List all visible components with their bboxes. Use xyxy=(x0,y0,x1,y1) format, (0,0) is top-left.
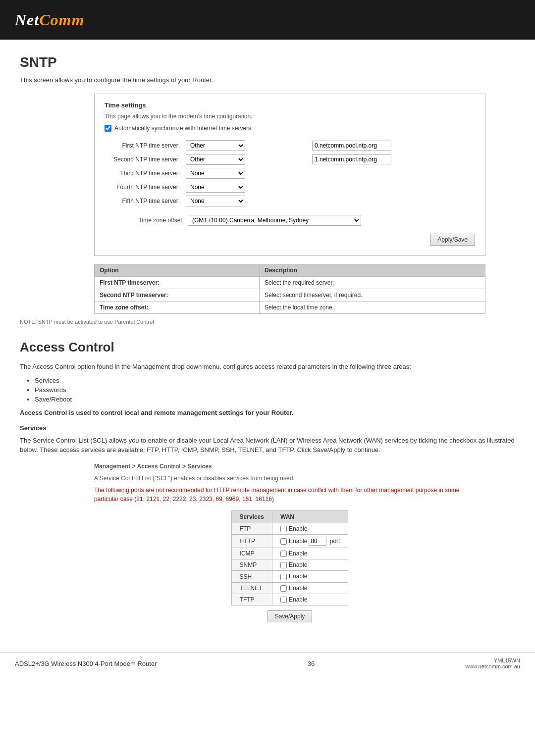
service-enable-label-1: Enable xyxy=(289,538,307,545)
service-checkbox-2[interactable] xyxy=(280,551,287,557)
services-col-header: Services xyxy=(231,510,272,523)
footer-left: ADSL2+/3G Wireless N300 4-Port Modem Rou… xyxy=(15,660,157,667)
service-name-3: SNMP xyxy=(231,559,272,571)
service-wan-1: Enable port xyxy=(272,534,348,548)
service-row: SNMPEnable xyxy=(231,559,348,571)
services-table: Services WAN FTPEnableHTTPEnable portICM… xyxy=(231,510,349,606)
time-settings-box: Time settings This page allows you to th… xyxy=(94,94,485,256)
wan-col-header: WAN xyxy=(272,510,348,523)
bullet-list: ServicesPasswordsSave/Reboot xyxy=(35,377,515,403)
service-wan-3: Enable xyxy=(272,559,348,571)
sntp-title: SNTP xyxy=(20,54,515,70)
port-label-1: port xyxy=(328,538,340,545)
service-enable-label-4: Enable xyxy=(289,573,307,580)
save-apply-button[interactable]: Save/Apply xyxy=(268,610,313,622)
service-name-2: ICMP xyxy=(231,548,272,559)
service-enable-label-3: Enable xyxy=(289,561,307,568)
access-control-note: Access Control is used to control local … xyxy=(20,409,515,416)
service-name-5: TELNET xyxy=(231,582,272,594)
option-description-table: Option Description First NTP timeserver:… xyxy=(94,264,485,314)
description-cell: Select the required server. xyxy=(259,277,485,289)
mgmt-note2: The following ports are not recommended … xyxy=(94,486,485,504)
bullet-item: Services xyxy=(35,377,515,384)
time-settings-subtitle: This page allows you to the modem's time… xyxy=(105,113,475,120)
service-name-0: FTP xyxy=(231,523,272,534)
service-wan-0: Enable xyxy=(272,523,348,534)
page-number: 36 xyxy=(308,660,315,667)
auto-sync-label: Automatically synchronize with Internet … xyxy=(114,125,251,132)
ntp-label-3: Fourth NTP time server: xyxy=(105,180,184,194)
service-wan-5: Enable xyxy=(272,582,348,594)
mgmt-breadcrumb: Management > Access Control > Services xyxy=(94,463,485,470)
footer-page: 36 xyxy=(308,660,315,667)
footer-right: YML15WN www.netcomm.com.au xyxy=(465,657,520,669)
ntp-select-3[interactable]: NoneOtherpool.ntp.orgtime.nist.gov xyxy=(186,182,245,193)
service-checkbox-0[interactable] xyxy=(280,526,287,532)
service-enable-label-5: Enable xyxy=(289,585,307,592)
service-checkbox-5[interactable] xyxy=(280,585,287,592)
ntp-label-4: Fifth NTP time server: xyxy=(105,194,184,208)
option-cell: First NTP timeserver: xyxy=(95,277,260,289)
service-name-6: TFTP xyxy=(231,594,272,605)
footer: ADSL2+/3G Wireless N300 4-Port Modem Rou… xyxy=(0,652,535,674)
ntp-text-0[interactable] xyxy=(312,141,391,151)
service-enable-label-6: Enable xyxy=(289,596,307,603)
services-subtitle: Services xyxy=(20,424,515,432)
option-cell: Second NTP timeserver: xyxy=(95,289,260,302)
service-row: HTTPEnable port xyxy=(231,534,348,548)
service-checkbox-1[interactable] xyxy=(280,538,287,545)
service-wan-6: Enable xyxy=(272,594,348,605)
service-name-4: SSH xyxy=(231,571,272,582)
footer-product: ADSL2+/3G Wireless N300 4-Port Modem Rou… xyxy=(15,660,157,667)
services-intro: The Service Control List (SCL) allows yo… xyxy=(20,436,515,455)
bullet-item: Passwords xyxy=(35,386,515,394)
apply-save-button[interactable]: Apply/Save xyxy=(430,234,475,246)
ntp-table: First NTP time server:NoneOtherpool.ntp.… xyxy=(105,139,475,208)
timezone-row: Time zone offset: (GMT+10:00) Canberra, … xyxy=(105,215,475,226)
service-wan-4: Enable xyxy=(272,571,348,582)
service-wan-2: Enable xyxy=(272,548,348,559)
ntp-label-0: First NTP time server: xyxy=(105,139,184,152)
sntp-note: NOTE: SNTP must be activated to use Pare… xyxy=(20,319,515,325)
time-settings-title: Time settings xyxy=(105,101,475,109)
service-row: TELNETEnable xyxy=(231,582,348,594)
mgmt-note1: A Service Control List ("SCL") enables o… xyxy=(94,474,485,483)
service-enable-label-0: Enable xyxy=(289,525,307,532)
service-checkbox-6[interactable] xyxy=(280,597,287,603)
management-box: Management > Access Control > Services A… xyxy=(94,463,485,623)
ntp-select-0[interactable]: NoneOtherpool.ntp.orgtime.nist.gov xyxy=(186,140,245,151)
save-apply-row: Save/Apply xyxy=(94,610,485,622)
ntp-select-1[interactable]: NoneOtherpool.ntp.orgtime.nist.gov xyxy=(186,154,245,165)
service-checkbox-3[interactable] xyxy=(280,562,287,568)
service-enable-label-2: Enable xyxy=(289,550,307,557)
timezone-select[interactable]: (GMT+10:00) Canberra, Melbourne, Sydney xyxy=(188,215,361,226)
service-checkbox-4[interactable] xyxy=(280,574,287,580)
access-control-intro: The Access Control option found in the M… xyxy=(20,362,515,372)
ntp-row: Second NTP time server:NoneOtherpool.ntp… xyxy=(105,152,475,166)
bullet-item: Save/Reboot xyxy=(35,396,515,403)
logo-net: Net xyxy=(15,11,39,29)
timezone-label: Time zone offset: xyxy=(105,217,184,224)
description-cell: Select the local time zone. xyxy=(259,302,485,314)
ntp-select-2[interactable]: NoneOtherpool.ntp.orgtime.nist.gov xyxy=(186,168,245,179)
service-row: SSHEnable xyxy=(231,571,348,582)
ntp-row: Fourth NTP time server:NoneOtherpool.ntp… xyxy=(105,180,475,194)
ntp-text-1[interactable] xyxy=(312,154,391,164)
header: NetComm xyxy=(0,0,535,40)
service-row: TFTPEnable xyxy=(231,594,348,605)
sntp-intro: This screen allows you to configure the … xyxy=(20,76,515,84)
ntp-row: First NTP time server:NoneOtherpool.ntp.… xyxy=(105,139,475,152)
access-control-title: Access Control xyxy=(20,340,515,355)
mgmt-note2-text: The following ports are not recommended … xyxy=(94,487,459,503)
option-row: First NTP timeserver:Select the required… xyxy=(95,277,485,289)
logo: NetComm xyxy=(15,11,84,29)
option-row: Second NTP timeserver:Select second time… xyxy=(95,289,485,302)
ntp-row: Fifth NTP time server:NoneOtherpool.ntp.… xyxy=(105,194,475,208)
apply-save-row: Apply/Save xyxy=(105,234,475,246)
option-cell: Time zone offset: xyxy=(95,302,260,314)
ntp-select-4[interactable]: NoneOtherpool.ntp.orgtime.nist.gov xyxy=(186,196,245,206)
main-content: SNTP This screen allows you to configure… xyxy=(0,40,535,637)
auto-sync-checkbox[interactable] xyxy=(105,125,111,132)
service-row: FTPEnable xyxy=(231,523,348,534)
service-port-1[interactable] xyxy=(309,537,326,546)
